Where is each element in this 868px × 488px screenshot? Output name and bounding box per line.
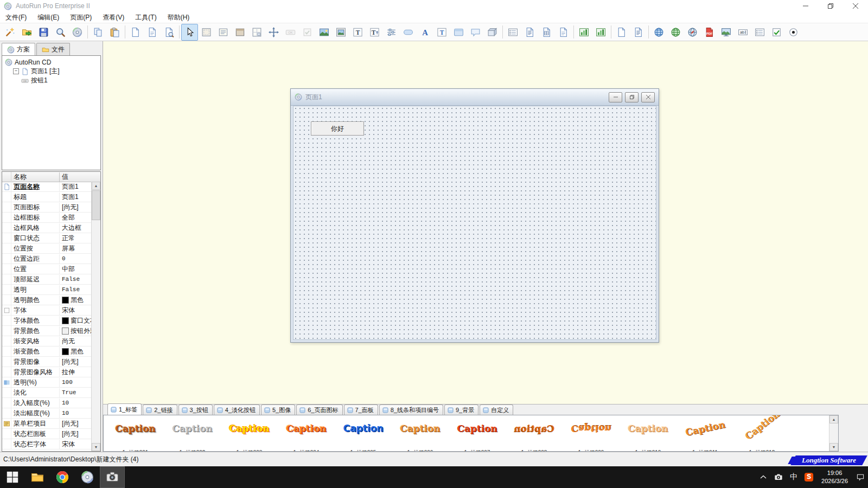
tree-item[interactable]: OK按钮1 [2, 76, 100, 85]
menu-page[interactable]: 页面(P) [65, 12, 97, 23]
toolbar-rich-text-button[interactable] [521, 24, 538, 41]
property-row[interactable]: 渐变颜色黑色 [2, 346, 92, 357]
property-value[interactable]: 页面1 [60, 182, 92, 191]
toolbar-wizard-button[interactable] [2, 24, 18, 41]
toolbar-doc-text2-button[interactable] [630, 24, 647, 41]
toolbar-grid-panel-button[interactable] [248, 24, 265, 41]
toolbar-scroll-text-button[interactable]: T [366, 24, 383, 41]
gallery-tab-2[interactable]: 2_链接 [143, 404, 177, 415]
designer-minimize-button[interactable] [609, 92, 622, 102]
property-row[interactable]: 淡化True [2, 388, 92, 398]
toolbar-pdf-button[interactable]: PDF [701, 24, 718, 41]
toolbar-open-button[interactable] [18, 24, 35, 41]
property-value[interactable]: 黑色 [60, 296, 92, 305]
toolbar-move-button[interactable] [265, 24, 282, 41]
property-row[interactable]: 位置中部 [2, 264, 92, 274]
property-value[interactable]: 正常 [60, 234, 92, 243]
property-value[interactable]: 按钮外观 [60, 326, 92, 336]
gallery-item[interactable]: Caption1_标签011 [676, 415, 733, 451]
gallery-item[interactable]: Caption1_标签009 [563, 415, 620, 451]
property-header-name[interactable]: 名称 [11, 172, 60, 182]
property-row[interactable]: 状态栏面板[尚无] [2, 429, 92, 439]
toolbar-checkbox-button[interactable] [299, 24, 316, 41]
gallery-item[interactable]: Caption1_标签012 [733, 415, 790, 451]
toolbar-label-a-button[interactable]: A [417, 24, 433, 41]
property-value[interactable]: 100 [60, 379, 92, 386]
property-value[interactable]: False [60, 286, 92, 293]
tab-files[interactable]: 文件 [36, 43, 70, 56]
property-row[interactable]: 状态栏字体宋体 [2, 439, 92, 450]
toolbar-document-list-button[interactable] [505, 24, 521, 41]
toolbar-button-button[interactable]: OK [282, 24, 299, 41]
tree-expander-icon[interactable]: − [13, 68, 19, 74]
property-row[interactable]: 边框图标全部 [2, 213, 92, 223]
toolbar-panel-blue-button[interactable] [450, 24, 467, 41]
toolbar-edit-field-button[interactable]: ab [735, 24, 751, 41]
gallery-item[interactable]: Caption1_标签001 [107, 415, 164, 451]
property-value[interactable]: 宋体 [60, 440, 92, 449]
tab-project[interactable]: 方案 [2, 43, 35, 56]
property-value[interactable]: [尚无] [60, 203, 92, 212]
gallery-tab-8[interactable]: 8_线条和项目编号 [379, 404, 443, 415]
gallery-item[interactable]: Caption1_标签004 [278, 415, 335, 451]
toolbar-media-button[interactable] [576, 24, 592, 41]
scrollbar-thumb[interactable] [92, 190, 100, 220]
property-value[interactable]: 0 [60, 255, 92, 262]
property-row[interactable]: 页面名称页面1 [2, 182, 92, 192]
toolbar-preview-button[interactable] [52, 24, 69, 41]
property-value[interactable]: 10 [60, 400, 92, 406]
design-canvas[interactable]: 页面1 你好 [103, 41, 868, 404]
property-row[interactable]: 位置边距0 [2, 254, 92, 264]
property-value[interactable]: 拉伸 [60, 368, 92, 377]
toolbar-hotspot-button[interactable] [400, 24, 417, 41]
property-value[interactable]: 大边框 [60, 223, 92, 233]
gallery-scroll-up-icon[interactable]: ▲ [829, 415, 838, 423]
toolbar-chart-button[interactable] [592, 24, 609, 41]
toolbar-text-box-button[interactable]: T [433, 24, 450, 41]
gallery-item[interactable]: Caption1_标签002 [164, 415, 221, 451]
property-grid-scrollbar[interactable]: ▲ ▼ [91, 182, 100, 451]
taskbar-autorun-icon[interactable] [75, 466, 100, 488]
property-row[interactable]: 顶部延迟False [2, 274, 92, 285]
taskbar-camera-icon[interactable] [100, 466, 125, 488]
toolbar-radio-field-button[interactable] [785, 24, 802, 41]
gallery-item[interactable]: Caption1_标签010 [620, 415, 676, 451]
gallery-tab-10[interactable]: 自定义 [480, 404, 513, 415]
toolbar-paste-button[interactable] [106, 24, 123, 41]
toolbar-select-button[interactable] [181, 24, 198, 41]
property-value[interactable]: 中部 [60, 265, 92, 274]
toolbar-web-compass-button[interactable] [684, 24, 701, 41]
property-value[interactable]: 全部 [60, 213, 92, 222]
gallery-item[interactable]: Caption1_标签008 [506, 415, 563, 451]
toolbar-options-button[interactable] [383, 24, 400, 41]
menu-file[interactable]: 文件(F) [0, 12, 32, 23]
property-row[interactable]: 淡入幅度(%)10 [2, 398, 92, 408]
gallery-tab-9[interactable]: 9_背景 [444, 404, 478, 415]
property-row[interactable]: 背景图像风格拉伸 [2, 367, 92, 377]
toolbar-doc-plain-button[interactable] [613, 24, 630, 41]
property-row[interactable]: 标题页面1 [2, 192, 92, 202]
gallery-tab-4[interactable]: 4_淡化按钮 [214, 404, 260, 415]
toolbar-document-grid-button[interactable] [538, 24, 555, 41]
tray-sogou-icon[interactable] [801, 466, 816, 488]
toolbar-page-button[interactable] [144, 24, 161, 41]
property-value[interactable]: 屏幕 [60, 244, 92, 253]
property-value[interactable]: True [60, 389, 92, 396]
property-value[interactable]: 10 [60, 410, 92, 416]
gallery-tab-6[interactable]: 6_页面图标 [296, 404, 342, 415]
property-value[interactable]: False [60, 276, 92, 282]
property-row[interactable]: 渐变风格尚无 [2, 336, 92, 346]
property-row[interactable]: 菜单栏项目[尚无] [2, 419, 92, 429]
property-value[interactable]: [尚无] [60, 429, 92, 439]
toolbar-new-page-button[interactable] [127, 24, 144, 41]
designer-close-button[interactable] [641, 92, 655, 102]
toolbar-web-green-button[interactable] [667, 24, 684, 41]
designer-button[interactable]: 你好 [311, 121, 364, 136]
toolbar-web-blue-button[interactable] [650, 24, 667, 41]
scroll-up-icon[interactable]: ▲ [92, 182, 100, 190]
property-row[interactable]: 窗口状态正常 [2, 233, 92, 243]
toolbar-text-button[interactable]: T [349, 24, 366, 41]
taskbar-clock[interactable]: 19:06 2026/3/26 [816, 469, 853, 485]
tree-item[interactable]: AutoRun CD [2, 57, 100, 67]
menu-view[interactable]: 查看(V) [97, 12, 130, 23]
